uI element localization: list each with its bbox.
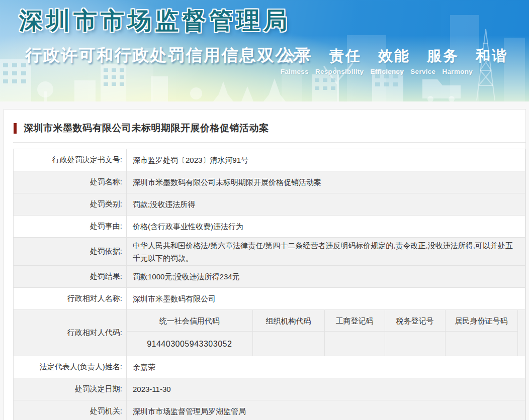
row-value: 罚款;没收违法所得	[127, 193, 525, 216]
case-header: 深圳市米墨数码有限公司未标明期限开展价格促销活动案	[9, 122, 521, 135]
row-label: 处罚事由:	[14, 216, 127, 238]
table-row: 处罚机关: 深圳市市场监督管理局罗湖监管局	[14, 400, 525, 420]
row-value: 深圳市米墨数码有限公司	[127, 288, 525, 310]
table-row: 处罚结果: 罚款1000元;没收违法所得234元	[14, 266, 525, 288]
table-row-codes: 行政相对人代码: 统一社会信用代码 组织机构代码 工商登记码 税务登记号	[14, 310, 525, 356]
row-label: 处罚依据:	[14, 238, 127, 266]
title-divider	[13, 142, 525, 143]
row-label: 处罚结果:	[14, 266, 127, 288]
slogan-chinese: 公平 责任 效能 服务 和谐	[281, 46, 508, 66]
slogan-english: Faimess Responsibility Efficiency Servic…	[281, 68, 508, 75]
site-banner: 深圳市市场监督管理局 行政许可和行政处罚信用信息双公示 公平 责任 效能 服务 …	[0, 0, 529, 101]
codes-cell: 统一社会信用代码 组织机构代码 工商登记码 税务登记号 居民身份证号码 9144…	[127, 310, 525, 356]
row-label: 法定代表人(负责人)姓名:	[14, 356, 127, 378]
penalty-info-table: 行政处罚决定书文号: 深市监罗处罚〔2023〕清水河91号 处罚名称: 深圳市米…	[13, 149, 525, 420]
codes-value	[252, 332, 324, 356]
codes-subtable: 统一社会信用代码 组织机构代码 工商登记码 税务登记号 居民身份证号码 9144…	[127, 310, 518, 356]
title-marker-bar	[14, 123, 17, 134]
table-row: 法定代表人(负责人)姓名: 余嘉荣	[14, 356, 525, 378]
row-label: 处罚类别:	[14, 193, 127, 216]
table-row: 行政处罚决定书文号: 深市监罗处罚〔2023〕清水河91号	[14, 149, 525, 171]
row-label: 处罚机关:	[14, 400, 127, 420]
codes-header: 税务登记号	[385, 310, 445, 332]
table-row: 处罚依据: 中华人民共和国价格法/第六章法律责任/第四十二条经营者违反明码标价规…	[14, 238, 525, 266]
table-row: 行政相对人名称: 深圳市米墨数码有限公司	[14, 288, 525, 310]
row-value: 中华人民共和国价格法/第六章法律责任/第四十二条经营者违反明码标价规定的,责令改…	[127, 238, 525, 266]
table-row: 处罚类别: 罚款;没收违法所得	[14, 193, 525, 216]
codes-header-row: 统一社会信用代码 组织机构代码 工商登记码 税务登记号 居民身份证号码	[127, 310, 517, 332]
codes-value	[445, 332, 517, 356]
codes-header: 居民身份证号码	[445, 310, 517, 332]
row-label: 处罚名称:	[14, 171, 127, 193]
table-row: 处罚名称: 深圳市米墨数码有限公司未标明期限开展价格促销活动案	[14, 171, 525, 193]
table-row: 处罚决定日期: 2023-11-30	[14, 378, 525, 400]
row-value: 价格(含行政事业性收费)违法行为	[127, 216, 525, 238]
codes-header: 工商登记码	[324, 310, 385, 332]
row-value: 余嘉荣	[127, 356, 525, 378]
row-value: 深市监罗处罚〔2023〕清水河91号	[127, 149, 525, 171]
codes-value	[324, 332, 385, 356]
content-card: 深圳市米墨数码有限公司未标明期限开展价格促销活动案 行政处罚决定书文号: 深市监…	[4, 109, 526, 420]
row-value: 深圳市米墨数码有限公司未标明期限开展价格促销活动案	[127, 171, 525, 193]
table-row: 处罚事由: 价格(含行政事业性收费)违法行为	[14, 216, 525, 238]
codes-header: 统一社会信用代码	[127, 310, 252, 332]
row-label: 处罚决定日期:	[14, 378, 127, 400]
row-value: 2023-11-30	[127, 378, 525, 400]
slogan-block: 公平 责任 效能 服务 和谐 Faimess Responsibility Ef…	[281, 46, 508, 75]
row-value: 深圳市市场监督管理局罗湖监管局	[127, 400, 525, 420]
row-label: 行政相对人代码:	[14, 310, 127, 356]
codes-value-row: 914403005943303052	[127, 332, 517, 356]
row-label: 行政相对人名称:	[14, 288, 127, 310]
codes-value: 914403005943303052	[127, 332, 252, 356]
case-title: 深圳市米墨数码有限公司未标明期限开展价格促销活动案	[24, 122, 269, 135]
site-title: 深圳市市场监督管理局	[19, 5, 291, 37]
site-subtitle: 行政许可和行政处罚信用信息双公示	[25, 44, 311, 67]
row-value: 罚款1000元;没收违法所得234元	[127, 266, 525, 288]
row-label: 行政处罚决定书文号:	[14, 149, 127, 171]
codes-value	[385, 332, 445, 356]
codes-header: 组织机构代码	[252, 310, 324, 332]
